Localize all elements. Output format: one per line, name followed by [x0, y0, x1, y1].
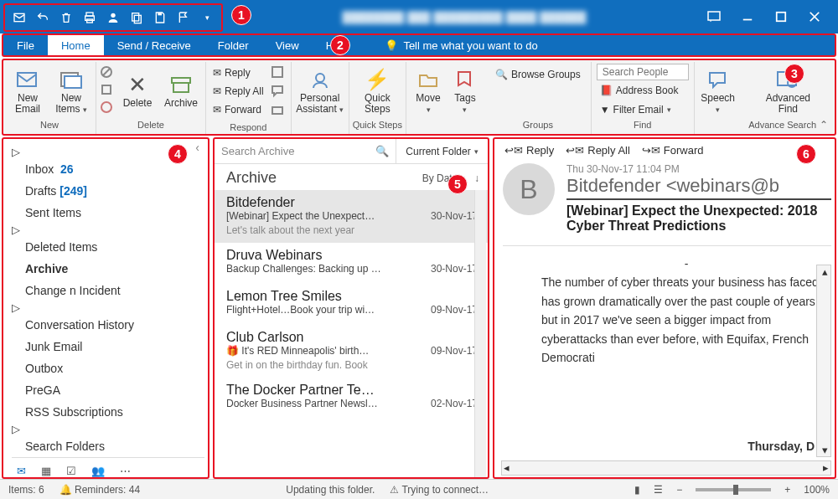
minimize-icon[interactable] [739, 8, 756, 25]
junk-icon[interactable] [100, 100, 115, 116]
ribbon-group-quicksteps: ⚡ Quick Steps Quick Steps [349, 62, 406, 134]
nav-conversation-history[interactable]: Conversation History [12, 314, 204, 336]
message-item[interactable]: Lemon Tree Smiles Flight+Hotel…Book your… [215, 284, 488, 325]
svg-rect-5 [132, 13, 139, 21]
reading-subject: [Webinar] Expect the Unexpected: 2018 Cy… [566, 198, 831, 234]
callout-4: 4 [168, 144, 188, 164]
browse-groups-button[interactable]: 🔍Browse Groups [492, 65, 584, 84]
message-item[interactable]: Bitdefender [Webinar] Expect the Unexpec… [215, 190, 488, 243]
ribbon-group-personal: Personal Assistant ▾ [292, 62, 349, 134]
nav-change-incident[interactable]: Change n Incident [12, 280, 204, 301]
qat-dropdown-icon[interactable]: ▾ [199, 10, 215, 25]
scrollbar[interactable] [474, 190, 486, 477]
flag-icon[interactable] [176, 10, 191, 25]
reply-button[interactable]: ✉Reply [210, 64, 267, 82]
ribbon-group-delete-label: Delete [100, 119, 202, 132]
move-button[interactable]: Move▾ [410, 64, 447, 117]
nav-drafts[interactable]: Drafts [249] [12, 180, 204, 202]
horizontal-scrollbar[interactable]: ◂▸ [501, 460, 831, 476]
im-reply-icon[interactable] [271, 85, 286, 100]
ribbon-mode-icon[interactable] [706, 8, 722, 25]
personal-assistant-button[interactable]: Personal Assistant ▾ [295, 64, 345, 117]
more-respond-icon[interactable] [271, 104, 286, 120]
reading-reply-button[interactable]: ↩✉Reply [504, 144, 554, 157]
status-reminders[interactable]: 🔔 Reminders: 44 [59, 484, 140, 496]
nav-outbox[interactable]: Outbox [12, 357, 204, 379]
window-controls [706, 8, 835, 25]
speech-button[interactable]: Speech▾ [698, 64, 738, 117]
new-items-icon [59, 68, 84, 91]
people-view-icon[interactable]: 👥 [91, 465, 105, 477]
expand-icon[interactable]: ▷ [12, 423, 20, 435]
tab-folder[interactable]: Folder [204, 35, 262, 55]
nav-prega[interactable]: PreGA [12, 379, 204, 401]
message-item[interactable]: The Docker Partner Te… Docker Business P… [215, 378, 488, 419]
quick-steps-label: Quick Steps [365, 93, 391, 115]
message-list: Bitdefender [Webinar] Expect the Unexpec… [215, 190, 488, 477]
reading-body: - The number of cyber threats your busin… [503, 245, 831, 474]
expand-icon[interactable]: ▷ [12, 224, 20, 236]
new-items-button[interactable]: New Items ▾ [50, 64, 92, 117]
view-normal-icon[interactable]: ▮ [634, 484, 640, 496]
nav-more-icon[interactable]: ⋯ [120, 465, 131, 477]
search-submit-icon[interactable]: 🔍 [375, 145, 389, 157]
archive-button[interactable]: Archive [160, 64, 202, 117]
view-reading-icon[interactable]: ☰ [654, 484, 663, 496]
new-items-label: New Items ▾ [55, 93, 87, 115]
vertical-scrollbar[interactable]: ▴▾ [816, 265, 831, 457]
reading-forward-button[interactable]: ↪✉Forward [642, 144, 704, 157]
nav-deleted-items[interactable]: Deleted Items [12, 236, 204, 258]
delete-button[interactable]: ✕ Delete [116, 64, 158, 117]
forward-button[interactable]: ✉Forward [210, 100, 267, 119]
tab-send-receive[interactable]: Send / Receive [104, 35, 204, 55]
copy-icon[interactable] [129, 10, 144, 25]
reply-all-button[interactable]: ✉Reply All [210, 82, 267, 100]
nav-search-folders[interactable]: Search Folders [12, 435, 204, 457]
nav-archive[interactable]: Archive [12, 258, 204, 280]
delete-icon[interactable] [59, 10, 74, 25]
filter-email-button[interactable]: ▼Filter Email ▾ [597, 100, 689, 119]
tab-home[interactable]: Home [48, 35, 104, 55]
nav-sent-items[interactable]: Sent Items [12, 202, 204, 224]
main-content: ‹ ▷Inbox 26 Drafts [249] Sent Items ▷Del… [0, 137, 838, 479]
search-scope-dropdown[interactable]: Current Folder ▾ [396, 139, 488, 163]
person-icon[interactable] [106, 10, 121, 25]
svg-line-17 [103, 69, 110, 75]
callout-5: 5 [447, 174, 468, 194]
search-people-input[interactable] [597, 64, 689, 80]
mail-view-icon[interactable]: ✉ [17, 465, 26, 477]
print-icon[interactable] [82, 10, 97, 25]
zoom-slider[interactable] [696, 488, 771, 491]
tasks-view-icon[interactable]: ☑ [66, 465, 76, 477]
expand-icon[interactable]: ▷ [12, 301, 20, 314]
undo-icon[interactable] [35, 10, 50, 25]
nav-junk-email[interactable]: Junk Email [12, 336, 204, 357]
save-icon[interactable] [153, 10, 168, 25]
search-archive-input[interactable]: Search Archive🔍 [215, 139, 396, 163]
ignore-icon[interactable] [100, 65, 115, 81]
close-icon[interactable] [806, 8, 823, 25]
expand-icon[interactable]: ▷ [12, 146, 20, 158]
nav-rss[interactable]: RSS Subscriptions [12, 401, 204, 423]
message-item[interactable]: Druva Webinars Backup Challenges: Backin… [215, 243, 488, 284]
reply-all-icon: ✉ [213, 85, 221, 97]
delete-label: Delete [123, 98, 153, 109]
reply-icon: ↩✉ [504, 144, 523, 157]
new-email-button[interactable]: New Email [7, 64, 49, 117]
calendar-view-icon[interactable]: ▦ [41, 465, 51, 477]
message-item[interactable]: Club Carlson 🎁 It's RED Minneapolis' bir… [215, 325, 488, 378]
meeting-reply-icon[interactable] [271, 65, 286, 81]
tab-view[interactable]: View [262, 35, 313, 55]
cleanup-icon[interactable] [100, 83, 115, 99]
quick-steps-button[interactable]: ⚡ Quick Steps [356, 64, 398, 117]
ribbon-collapse-icon[interactable]: ⌃ [820, 119, 828, 131]
address-book-button[interactable]: 📕Address Book [597, 81, 689, 100]
folder-navigation-pane: ‹ ▷Inbox 26 Drafts [249] Sent Items ▷Del… [2, 137, 210, 479]
send-receive-all-icon[interactable] [12, 10, 27, 25]
tab-file[interactable]: File [3, 35, 48, 55]
reading-reply-all-button[interactable]: ↩✉Reply All [566, 144, 630, 157]
ribbon-group-respond-label: Respond [210, 121, 287, 133]
tags-button[interactable]: Tags▾ [448, 64, 482, 117]
tell-me-search[interactable]: 💡 Tell me what you want to do [361, 35, 537, 55]
maximize-icon[interactable] [773, 8, 789, 25]
